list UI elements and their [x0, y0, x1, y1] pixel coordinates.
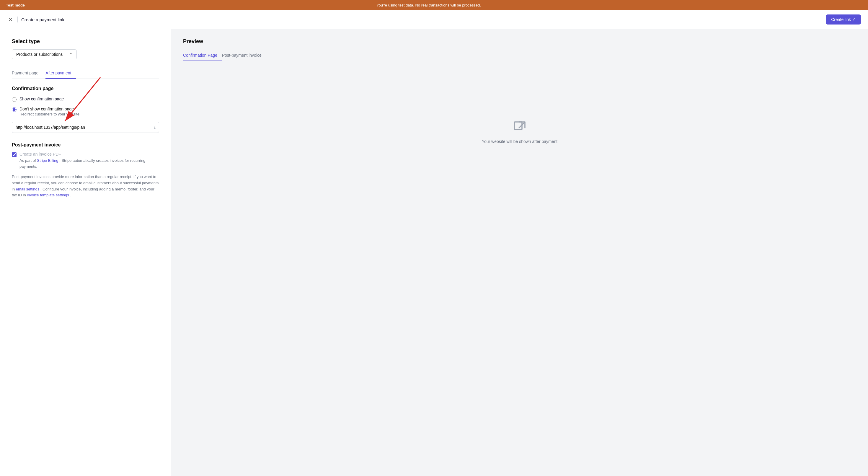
- close-button[interactable]: ✕: [7, 16, 14, 23]
- preview-tabs: Confirmation Page Post-payment invoice: [183, 51, 856, 61]
- left-panel: Select type Products or subscriptions ⌃ …: [0, 29, 171, 476]
- radio-dont-show-label: Don't show confirmation page: [20, 107, 81, 111]
- external-link-icon: [513, 120, 527, 135]
- invoice-pdf-checkbox[interactable]: [12, 152, 17, 157]
- confirmation-page-section: Confirmation page Show confirmation page…: [12, 86, 159, 133]
- checkbox-sublabel-text1: As part of: [20, 158, 36, 163]
- post-payment-info-text: Post-payment invoices provide more infor…: [12, 174, 159, 199]
- preview-message: Your website will be shown after payment: [482, 139, 557, 144]
- create-link-button[interactable]: Create link ✓: [826, 14, 861, 25]
- select-type-section: Select type Products or subscriptions ⌃: [12, 38, 159, 59]
- test-mode-label: Test mode: [6, 3, 25, 7]
- email-settings-link[interactable]: email settings: [16, 187, 39, 191]
- test-mode-message: You're using test data. No real transact…: [25, 3, 833, 7]
- main-layout: Select type Products or subscriptions ⌃ …: [0, 29, 868, 476]
- preview-tab-confirmation[interactable]: Confirmation Page: [183, 51, 222, 61]
- radio-group: Show confirmation page Don't show confir…: [12, 96, 159, 116]
- tabs-container: Payment page After payment: [12, 68, 159, 79]
- url-input-container: ℹ: [12, 122, 159, 133]
- page-title: Create a payment link: [21, 17, 64, 22]
- invoice-pdf-sublabel: As part of Stripe Billing , Stripe autom…: [20, 158, 159, 169]
- post-payment-title: Post-payment invoice: [12, 142, 159, 148]
- info-icon: ℹ: [154, 125, 156, 130]
- url-input[interactable]: [12, 122, 159, 133]
- tab-after-payment[interactable]: After payment: [45, 68, 76, 79]
- select-type-value: Products or subscriptions: [16, 52, 63, 57]
- invoice-pdf-text: Create an invoice PDF As part of Stripe …: [20, 152, 159, 169]
- chevron-down-icon: ⌃: [69, 52, 72, 56]
- radio-show-confirmation[interactable]: Show confirmation page: [12, 96, 159, 102]
- stripe-billing-link[interactable]: Stripe Billing: [37, 158, 58, 163]
- top-bar-divider: [18, 17, 18, 23]
- test-mode-banner: Test mode You're using test data. No rea…: [0, 0, 868, 10]
- preview-title: Preview: [183, 38, 856, 44]
- radio-dont-show-text: Don't show confirmation page Redirect cu…: [20, 107, 81, 116]
- post-payment-invoice-section: Post-payment invoice Create an invoice P…: [12, 142, 159, 199]
- radio-show-label: Show confirmation page: [20, 96, 64, 101]
- select-type-dropdown[interactable]: Products or subscriptions ⌃: [12, 49, 77, 59]
- invoice-pdf-checkbox-item: Create an invoice PDF As part of Stripe …: [12, 152, 159, 169]
- radio-show-input[interactable]: [12, 97, 17, 102]
- radio-dont-show-group: Don't show confirmation page Redirect cu…: [12, 107, 159, 116]
- tab-payment-page[interactable]: Payment page: [12, 68, 43, 79]
- confirmation-page-title: Confirmation page: [12, 86, 159, 91]
- radio-dont-show-sublabel: Redirect customers to your website.: [20, 112, 81, 116]
- top-bar: ✕ Create a payment link Create link ✓: [0, 10, 868, 29]
- preview-tab-invoice[interactable]: Post-payment invoice: [222, 51, 266, 61]
- radio-dont-show-confirmation[interactable]: Don't show confirmation page Redirect cu…: [12, 107, 159, 116]
- invoice-template-link[interactable]: invoice template settings: [27, 193, 69, 197]
- top-bar-left: ✕ Create a payment link: [7, 16, 64, 23]
- radio-dont-show-input[interactable]: [12, 107, 17, 112]
- select-type-title: Select type: [12, 38, 159, 44]
- preview-content: Your website will be shown after payment: [183, 61, 856, 179]
- invoice-pdf-label: Create an invoice PDF: [20, 152, 159, 156]
- right-panel: Preview Confirmation Page Post-payment i…: [171, 29, 868, 476]
